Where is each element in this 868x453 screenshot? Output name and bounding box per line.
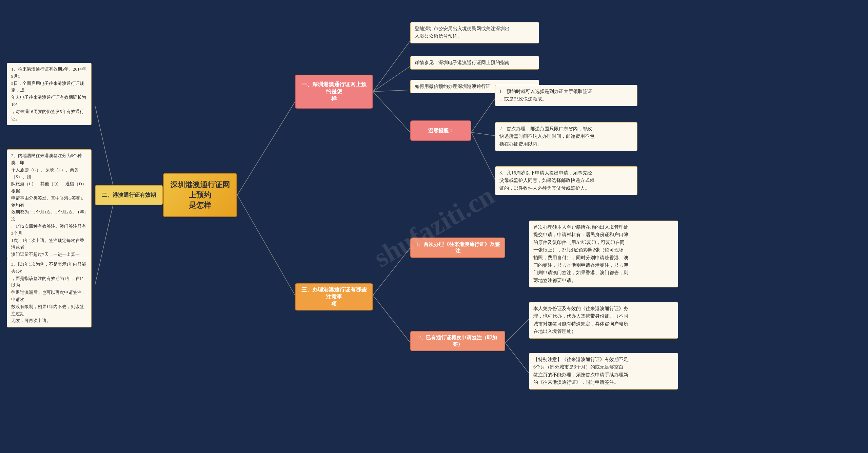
warm-s2: 2、首次办理，邮递范围只限广东省内，邮政 快递所需时间不纳入办理时间，邮递费用不… [495,122,637,151]
svg-line-10 [95,105,115,195]
warm-s1: 1、预约时就可以选择是到办证大厅领取签证 ，或是邮政快递领取。 [495,85,637,106]
svg-line-5 [373,90,410,92]
svg-line-15 [505,319,529,343]
b1-leaf-1: 登陆深圳市公安局出入境便民网或关注深圳出 入境公众微信号预约。 [410,22,539,43]
svg-line-2 [237,195,295,295]
svg-line-9 [471,132,495,180]
b3-sub1-text: 首次办理须本人至户籍所在地的出入境管理处 提交申请，申请材料有：居民身份证和户口… [529,221,678,287]
svg-line-6 [373,92,410,132]
svg-line-7 [471,98,495,132]
svg-line-4 [373,66,410,92]
b1-leaf-2: 详情参见：深圳电子港澳通行证网上预约指南 [410,56,539,70]
b2-leaf-3: 3、以1年1次为例，不是表示1年内只能去1次 ，而是指该签注的有效期为1年，在1… [7,258,92,327]
warm-s3: 3、凡16周岁以下申请人提出申请，须事先经 父母或监护人同意，如果选择邮政快递方… [495,166,637,195]
branch-2: 二、港澳通行证有效期 [95,185,163,205]
svg-line-12 [95,195,115,285]
b3-sub1-label: 1、首次办理《往来港澳通行证》及签注 [410,238,505,258]
b3-sub2-b: 【特别注意】《往来港澳通行证》有效期不足 6个月（部分城市是3个月）的或无足够空… [529,353,678,390]
svg-line-16 [505,343,529,373]
central-node: 深圳港澳通行证网上预约 是怎样 [163,173,237,217]
svg-line-3 [373,41,410,92]
branch-3: 三、办理港澳通行证有哪些注意事 项 [295,283,373,310]
svg-line-14 [373,295,410,343]
branch-1: 一、深圳港澳通行证网上预约是怎 样 [295,75,373,109]
watermark: shufaziti.cn [369,180,499,273]
svg-line-13 [373,248,410,295]
b3-sub2-label: 2、已有通行证再次申请签注（即加签） [410,331,505,351]
svg-line-0 [237,102,295,195]
b2-leaf-2: 2、内地居民往来港澳签注分为6个种类，即 个人旅游（G）、探亲（T）、商务（S）… [7,149,92,268]
svg-line-8 [471,132,495,136]
mind-map: shufaziti.cn 深圳港澳通行证网上预约 是怎样 一、深圳港澳通行证网上… [0,0,868,453]
b2-leaf-1: 1、往来港澳通行证有效期5年。2014年9月1 5日，全面启用电子往来港澳通行证… [7,63,92,125]
b3-sub2-a: 本人凭身份证及有效的《往来港澳通行证》办 理，也可代办，代办人需携带身份证。（不… [529,302,678,339]
warm-reminder: 温馨提醒： [410,120,471,141]
